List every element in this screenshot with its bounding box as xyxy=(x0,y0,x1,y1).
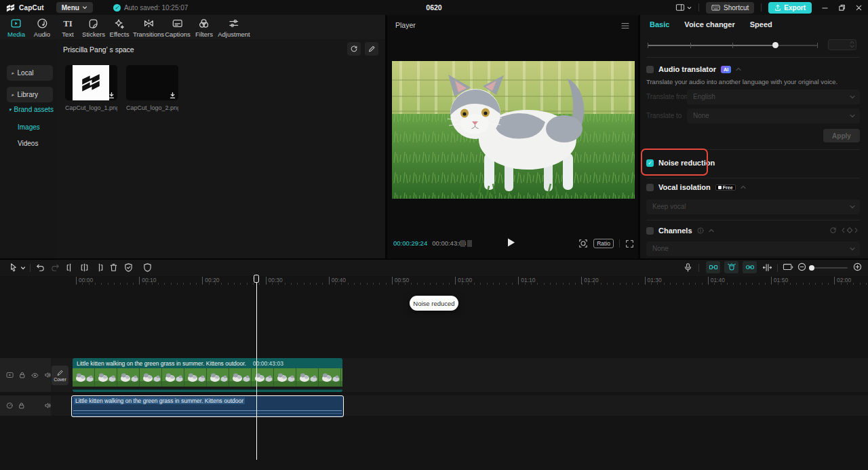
sidebar-item-local[interactable]: ▸ Local xyxy=(7,65,53,81)
pencil-icon xyxy=(56,369,64,376)
toolbar-tab-effects[interactable]: Effects xyxy=(110,18,130,38)
record-voiceover-button[interactable] xyxy=(683,262,693,273)
export-button[interactable]: Export xyxy=(768,2,812,14)
toolbar-tab-filters[interactable]: Filters xyxy=(195,18,213,38)
toolbar-tab-text[interactable]: TI Text xyxy=(62,18,73,38)
delete-button[interactable] xyxy=(108,262,119,273)
toolbar-tab-transitions[interactable]: Transitions xyxy=(133,18,164,38)
translate-to-select[interactable]: None xyxy=(687,109,860,123)
split-right-button[interactable] xyxy=(94,262,104,273)
volume-slider[interactable] xyxy=(648,42,817,49)
mask-icon-button[interactable] xyxy=(142,262,153,273)
zoom-in-button[interactable] xyxy=(853,262,862,271)
snapping-toggle[interactable] xyxy=(724,261,738,273)
reset-icon[interactable] xyxy=(829,227,837,234)
ruler-label: 00:30 xyxy=(266,277,283,284)
collapse-caret-icon[interactable] xyxy=(736,67,741,71)
info-icon xyxy=(697,227,704,234)
export-icon xyxy=(774,4,781,12)
mask-check-icon-button[interactable] xyxy=(123,262,134,273)
timeline-ruler[interactable]: 00:0000:1000:2000:3000:4000:5001:0001:10… xyxy=(0,276,868,286)
timeline-zoom-slider[interactable] xyxy=(810,267,848,269)
vocal-isolation-checkbox[interactable] xyxy=(646,184,654,191)
collapse-caret-icon[interactable] xyxy=(709,229,714,233)
video-track-row: Little kitten walking on the green grass… xyxy=(0,358,868,392)
channels-label: Channels xyxy=(658,227,692,235)
edit-button[interactable] xyxy=(365,42,378,56)
split-left-button[interactable] xyxy=(65,262,75,273)
asset-card-logo1[interactable]: CapCut_logo_1.png xyxy=(65,65,117,111)
download-icon[interactable] xyxy=(169,92,176,99)
speaker-icon[interactable] xyxy=(44,371,51,379)
slider-knob[interactable] xyxy=(772,42,778,48)
apply-button[interactable]: Apply xyxy=(823,129,860,142)
channels-checkbox[interactable] xyxy=(646,227,654,235)
player-menu-icon[interactable] xyxy=(620,22,630,30)
minimize-button[interactable] xyxy=(821,4,829,12)
shortcut-button[interactable]: Shortcut xyxy=(706,2,754,14)
auto-ripple-toggle[interactable] xyxy=(706,261,720,273)
download-icon[interactable] xyxy=(108,92,115,99)
toolbar-tab-adjustment[interactable]: Adjustment xyxy=(218,18,250,38)
eye-icon[interactable] xyxy=(31,372,39,379)
audio-clip-selected[interactable]: Little kitten walking on the green grass… xyxy=(71,395,344,417)
timeline-panel: 00:0000:1000:2000:3000:4000:5001:0001:10… xyxy=(0,260,868,470)
playhead-handle[interactable] xyxy=(254,275,259,283)
divider xyxy=(30,264,31,272)
audio-translator-checkbox[interactable] xyxy=(646,66,654,73)
channels-select[interactable]: None xyxy=(646,241,860,256)
keyframe-nav-icon[interactable] xyxy=(841,227,859,234)
lock-icon[interactable] xyxy=(19,371,25,379)
undo-button[interactable] xyxy=(35,262,45,273)
volume-value-input[interactable] xyxy=(828,39,856,50)
text-icon: TI xyxy=(63,18,73,29)
sidebar-item-videos[interactable]: Videos xyxy=(18,140,38,147)
refresh-button[interactable] xyxy=(347,42,361,56)
collapse-caret-icon[interactable] xyxy=(741,185,746,189)
audio-clip-title: Little kitten walking on the green grass… xyxy=(74,397,245,404)
divider xyxy=(698,3,699,12)
toolbar-tab-stickers[interactable]: Stickers xyxy=(82,18,105,38)
fit-zoom-icon[interactable] xyxy=(578,239,588,248)
redo-button[interactable] xyxy=(50,262,60,273)
fullscreen-icon[interactable] xyxy=(625,239,634,248)
cover-button[interactable]: Cover xyxy=(52,366,68,385)
video-clip[interactable]: Little kitten walking on the green grass… xyxy=(73,358,342,392)
play-button[interactable] xyxy=(507,237,515,248)
zoom-out-button[interactable] xyxy=(797,262,806,271)
close-button[interactable] xyxy=(855,4,863,12)
trim-handles-icon-button[interactable] xyxy=(762,262,772,273)
vocal-isolation-select[interactable]: Keep vocal xyxy=(646,199,860,214)
tab-speed[interactable]: Speed xyxy=(750,20,772,28)
tab-voice-changer[interactable]: Voice changer xyxy=(684,20,734,28)
restore-button[interactable] xyxy=(838,4,846,12)
zoom-slider-knob[interactable] xyxy=(809,265,814,271)
asset-filename: CapCut_logo_1.png xyxy=(65,104,117,111)
sidebar-item-brand-assets[interactable]: ▾ Brand assets xyxy=(9,106,54,113)
frame-step-icons[interactable] xyxy=(460,240,472,247)
audio-translator-label: Audio translator xyxy=(658,65,716,73)
divider xyxy=(777,264,778,272)
playhead[interactable] xyxy=(256,275,257,460)
menu-button[interactable]: Menu xyxy=(56,2,93,13)
stepper-arrows[interactable] xyxy=(850,41,854,48)
toolbar-tab-audio[interactable]: Audio xyxy=(34,18,50,38)
translate-from-row: Translate from English xyxy=(646,90,860,104)
sidebar-item-images[interactable]: Images xyxy=(18,123,40,131)
sidebar-item-library[interactable]: ▸ Library xyxy=(7,87,53,102)
capcut-app-window: CapCut Menu ✓ Auto saved: 10:25:07 0620 … xyxy=(0,0,868,470)
speaker-icon[interactable] xyxy=(44,402,51,410)
split-button[interactable] xyxy=(79,262,90,273)
select-tool-button[interactable] xyxy=(8,262,26,273)
lock-icon[interactable] xyxy=(18,402,24,410)
tab-basic[interactable]: Basic xyxy=(650,20,669,28)
translate-from-select[interactable]: English xyxy=(687,90,860,104)
layout-switcher-button[interactable] xyxy=(675,3,692,12)
ratio-button[interactable]: Ratio xyxy=(593,239,614,248)
link-icon xyxy=(745,263,755,271)
asset-card-logo2[interactable]: CapCut_logo_2.png xyxy=(126,65,178,111)
preview-axis-button[interactable] xyxy=(783,262,793,272)
linking-toggle[interactable] xyxy=(743,261,757,273)
toolbar-tab-media[interactable]: Media xyxy=(7,18,25,38)
toolbar-tab-captions[interactable]: Captions xyxy=(165,18,191,38)
